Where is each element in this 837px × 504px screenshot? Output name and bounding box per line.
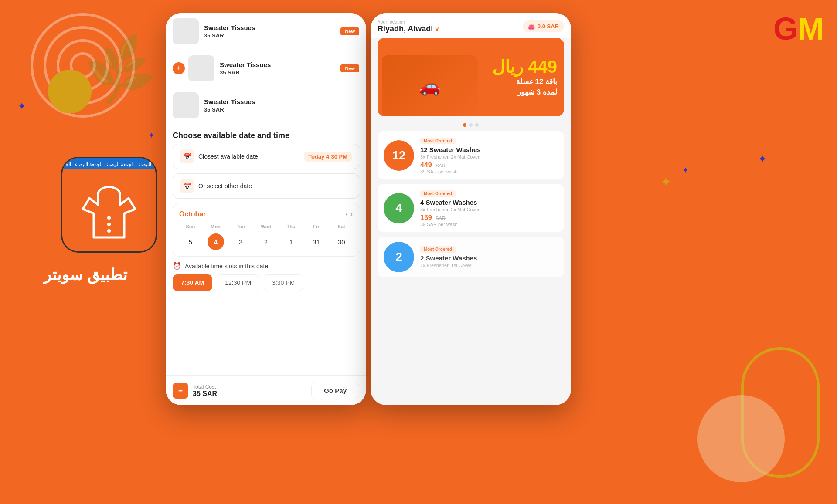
dot-3[interactable] [475,123,479,127]
service-icon-4: 4 [384,193,414,223]
service-price-block-2: 159 SAR 39 SAR per wash [420,214,558,227]
star-blue-3: ✦ [682,166,689,175]
product-name-1: Sweater Tissues [204,24,340,31]
day-header-sat: Sat [330,224,353,231]
promo-banner: 🚗 449 ريال باقة 12 غسلة لمدة 3 شهور [378,38,564,116]
product-thumb-2 [188,55,214,81]
service-price-orig-2: SAR [436,216,446,221]
product-price-3: 35 SAR [204,106,359,113]
banner-car-image: 🚗 [382,55,478,116]
product-thumb-1 [173,18,199,44]
other-date-label: Or select other date [198,183,352,189]
calendar-next-btn[interactable]: › [350,210,353,219]
service-desc-1: 3x Freshener, 2x Mat Cover [420,154,558,159]
service-card-1[interactable]: 12 Most Ordered 12 Sweater Washes 3x Fre… [378,131,564,179]
banner-text: 449 ريال باقة 12 غسلة لمدة 3 شهور [492,57,557,98]
calendar-prev-btn[interactable]: ‹ [346,210,348,219]
app-ticker: البيضاء . الجمعة البيضاء . الجمعة البيضا… [62,158,156,169]
service-name-3: 2 Sweater Washes [420,254,558,262]
gm-g-letter: G [773,13,798,44]
service-desc-2: 3x Freshener, 2x Mat Cover [420,207,558,212]
time-slot-1230[interactable]: 12:30 PM [217,274,259,291]
service-price-per-1: 39 SAR per wash [420,169,558,174]
closest-date-value: Today 4:30 PM [304,152,352,162]
go-pay-button[interactable]: Go Pay [311,382,359,399]
banner-line1: باقة 12 غسلة [492,77,557,87]
date-section-title: Choose available date and time [166,124,366,144]
app-icon-container: البيضاء . الجمعة البيضاء . الجمعة البيضا… [61,157,157,253]
other-date-option[interactable]: 📅 Or select other date [173,173,359,199]
service-badge-1: Most Ordered [420,138,456,144]
product-item-3: Sweater Tissues 35 SAR [173,87,359,124]
bg-gold-circle [48,70,92,113]
product-list: Sweater Tissues 35 SAR New + Sweater Tis… [166,13,366,124]
total-cost-value: 35 SAR [193,390,311,398]
service-info-2: Most Ordered 4 Sweater Washes 3x Freshen… [420,189,558,227]
product-price-2: 35 SAR [220,69,340,76]
new-badge-1: New [340,27,359,35]
service-card-2[interactable]: 4 Most Ordered 4 Sweater Washes 3x Fresh… [378,184,564,232]
time-slot-330[interactable]: 3:30 PM [264,274,303,291]
day-header-wed: Wed [255,224,277,231]
product-item-2: + Sweater Tissues 35 SAR New [173,50,359,87]
calendar-icon-1: 📅 [180,149,194,163]
star-blue-2: ✦ [148,131,155,140]
bottom-bar: ≡ Total Cost 35 SAR Go Pay [166,375,366,405]
product-price-1: 35 SAR [204,32,340,39]
app-icon: البيضاء . الجمعة البيضاء . الجمعة البيضا… [61,157,157,253]
cal-day-5[interactable]: 5 [182,233,199,250]
banner-price: 449 ريال [492,57,557,77]
deco-arch-right [741,347,820,478]
calendar-month: Octobar [179,210,206,218]
svg-point-1 [107,223,111,226]
service-price-orig-1: SAR [436,163,446,168]
wallet-badge[interactable]: 👛 0.0 SAR [523,20,564,32]
new-badge-2: New [340,64,359,72]
cal-day-1[interactable]: 1 [283,233,299,250]
gm-logo: G M [773,13,824,44]
service-price-main-1: 449 [420,161,432,169]
cal-day-4-selected[interactable]: 4 [208,233,224,250]
day-header-thu: Thu [280,224,303,231]
cal-day-30[interactable]: 30 [333,233,350,250]
calendar-days: Sun Mon Tue Wed Thu Fri Sat 5 4 3 2 1 31… [179,224,353,250]
product-item-1: Sweater Tissues 35 SAR New [173,13,359,50]
sweater-svg [81,181,137,242]
total-cost-label: Total Cost [193,384,311,390]
service-name-1: 12 Sweater Washes [420,146,558,153]
app-title: تطبيق سويتر [44,266,127,284]
time-slots-header: ⏰ Available time slots in this date [173,262,359,270]
phone-left: Sweater Tissues 35 SAR New + Sweater Tis… [166,13,366,405]
time-slot-730[interactable]: 7:30 AM [173,274,212,291]
location-block: Your location Riyadh, Alwadi ∨ [378,19,439,34]
calendar-header: Octobar ‹ › [179,210,353,219]
service-price-main-2: 159 [420,214,432,221]
location-label: Your location [378,19,439,24]
service-info-3: Most Ordered 2 Sweater Washes 1x Freshen… [420,245,558,270]
cal-day-2[interactable]: 2 [258,233,274,250]
add-button-2[interactable]: + [173,62,185,74]
service-badge-2: Most Ordered [420,190,456,197]
time-slots-icon: ⏰ [173,262,181,270]
dot-2[interactable] [469,123,473,127]
service-card-3[interactable]: 2 Most Ordered 2 Sweater Washes 1x Fresh… [378,237,564,277]
service-info-1: Most Ordered 12 Sweater Washes 3x Freshe… [420,136,558,174]
service-icon-12: 12 [384,140,414,171]
product-name-3: Sweater Tissues [204,98,359,105]
cal-day-31[interactable]: 31 [308,233,324,250]
day-header-mon: Mon [204,224,227,231]
wallet-icon: 👛 [528,23,535,30]
time-slots-section: ⏰ Available time slots in this date 7:30… [166,257,366,296]
cal-day-3[interactable]: 3 [232,233,249,250]
day-header-tue: Tue [229,224,252,231]
dot-1[interactable] [463,123,466,127]
service-price-per-2: 39 SAR per wash [420,222,558,227]
svg-point-2 [107,229,111,233]
service-name-2: 4 Sweater Washes [420,199,558,206]
calendar: Octobar ‹ › Sun Mon Tue Wed Thu Fri Sat … [173,203,359,257]
phone-right-header: Your location Riyadh, Alwadi ∨ 👛 0.0 SAR [371,13,571,38]
closest-date-option[interactable]: 📅 Closest available date Today 4:30 PM [173,144,359,169]
cost-icon: ≡ [173,383,188,399]
banner-dots [371,123,571,127]
location-city[interactable]: Riyadh, Alwadi ∨ [378,24,439,34]
